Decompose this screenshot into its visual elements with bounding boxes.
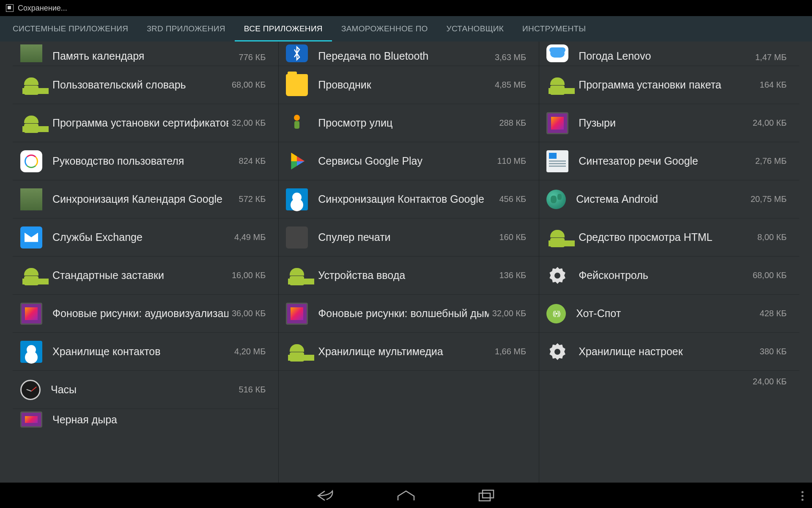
app-row[interactable]: Пузыри24,00 КБ (539, 104, 799, 142)
tab-label: ЗАМОРОЖЕННОЕ ПО (341, 24, 428, 33)
app-row[interactable]: Службы Exchange4,49 МБ (13, 218, 278, 257)
app-name: Пузыри (579, 117, 749, 129)
app-row[interactable]: Хранилище настроек380 КБ (539, 333, 799, 371)
app-row[interactable]: Фейсконтроль68,00 КБ (539, 257, 799, 295)
app-row[interactable]: Устройства ввода136 КБ (278, 257, 539, 295)
app-size: 572 КБ (239, 194, 266, 204)
app-row[interactable]: Сервисы Google Play110 МБ (278, 142, 539, 180)
app-name: Хранилище контактов (52, 345, 231, 358)
app-name: Хранилище мультимедиа (318, 345, 491, 358)
app-name: Синхронизация Контактов Google (318, 193, 496, 205)
svg-rect-2 (479, 493, 490, 501)
tab-label: ИНСТРУМЕНТЫ (522, 24, 586, 33)
tab-2[interactable]: ВСЕ ПРИЛОЖЕНИЯ (235, 16, 332, 41)
svg-point-0 (294, 115, 300, 121)
app-column-0: Память календаря776 КБПользовательский с… (13, 41, 278, 483)
app-row[interactable]: Черная дыра (13, 409, 278, 430)
app-size: 776 КБ (239, 52, 266, 62)
app-name: Пользовательский словарь (52, 79, 228, 91)
app-name: Синтезатор речи Google (579, 155, 752, 167)
android-icon (20, 112, 42, 134)
app-row[interactable]: Часы516 КБ (13, 371, 278, 409)
app-name: Фоновые рисунки: аудиовизуализация (52, 307, 228, 320)
bluetooth-icon (286, 44, 308, 62)
android-icon (20, 265, 42, 287)
app-size: 160 КБ (499, 232, 526, 242)
app-row[interactable]: Проводник4,85 МБ (278, 66, 539, 104)
app-name: Погода Lenovo (579, 50, 752, 62)
contacts-icon (20, 341, 42, 363)
app-name: Программа установки сертификатов (52, 117, 228, 129)
app-row[interactable]: Хранилище контактов4,20 МБ (13, 333, 278, 371)
app-row[interactable]: Хот-Спот428 КБ (539, 295, 799, 333)
tab-4[interactable]: УСТАНОВЩИК (437, 16, 513, 41)
app-row[interactable]: Фоновые рисунки: волшебный дым32,00 КБ (278, 295, 539, 333)
save-icon (6, 4, 14, 12)
app-size: 24,00 КБ (753, 118, 787, 128)
app-size: 4,85 МБ (495, 80, 526, 90)
home-button[interactable] (395, 488, 417, 503)
app-size: 32,00 КБ (492, 309, 526, 318)
app-name: Сервисы Google Play (318, 155, 494, 167)
app-size: 68,00 КБ (753, 271, 787, 280)
app-size: 2,76 МБ (755, 156, 787, 166)
svg-rect-1 (294, 121, 299, 129)
app-row[interactable]: Передача по Bluetooth3,63 МБ (278, 41, 539, 66)
app-name: Часы (51, 384, 236, 396)
app-name: Устройства ввода (318, 269, 496, 282)
app-size: 68,00 КБ (232, 80, 266, 90)
tab-5[interactable]: ИНСТРУМЕНТЫ (513, 16, 595, 41)
app-row[interactable]: Синхронизация Календаря Google572 КБ (13, 180, 278, 218)
app-size: 4,20 МБ (234, 347, 266, 356)
app-size: 1,47 МБ (755, 52, 787, 62)
app-size: 164 КБ (760, 80, 787, 90)
tab-label: УСТАНОВЩИК (447, 24, 504, 33)
tts-icon (546, 150, 568, 172)
app-name: Спулер печати (318, 231, 496, 243)
app-size: 16,00 КБ (232, 271, 266, 280)
back-button[interactable] (315, 488, 336, 503)
app-name: Просмотр улиц (318, 117, 496, 129)
calendar-storage-icon (20, 44, 42, 62)
app-row[interactable]: Средство просмотра HTML8,00 КБ (539, 218, 799, 257)
mail-icon (20, 226, 42, 248)
app-row[interactable]: Руководство пользователя824 КБ (13, 142, 278, 180)
app-row[interactable]: Просмотр улиц288 КБ (278, 104, 539, 142)
app-row[interactable]: Синтезатор речи Google2,76 МБ (539, 142, 799, 180)
app-size: 3,63 МБ (495, 52, 526, 62)
app-row[interactable]: Программа установки пакета164 КБ (539, 66, 799, 104)
tab-label: ВСЕ ПРИЛОЖЕНИЯ (244, 24, 323, 33)
recent-button[interactable] (476, 488, 497, 503)
tab-1[interactable]: 3RD ПРИЛОЖЕНИЯ (137, 16, 235, 41)
menu-button[interactable] (801, 491, 804, 501)
print-spooler-icon (286, 226, 308, 248)
app-row[interactable]: Пользовательский словарь68,00 КБ (13, 66, 278, 104)
app-name: Службы Exchange (52, 231, 231, 243)
wallpaper-icon (286, 303, 308, 325)
app-row[interactable]: Память календаря776 КБ (13, 41, 278, 66)
app-row[interactable]: Стандартные заставки16,00 КБ (13, 257, 278, 295)
tab-3[interactable]: ЗАМОРОЖЕННОЕ ПО (332, 16, 437, 41)
app-column-1: Передача по Bluetooth3,63 МБПроводник4,8… (278, 41, 539, 483)
app-row[interactable]: Погода Lenovo1,47 МБ (539, 41, 799, 66)
app-size: 136 КБ (499, 271, 526, 280)
wallpaper-icon (20, 303, 42, 325)
app-name: Хот-Спот (576, 307, 756, 320)
app-size: 824 КБ (239, 156, 266, 166)
app-row[interactable]: Фоновые рисунки: аудиовизуализация36,00 … (13, 295, 278, 333)
tab-0[interactable]: СИСТЕМНЫЕ ПРИЛОЖЕНИЯ (3, 16, 137, 41)
app-row[interactable]: Спулер печати160 КБ (278, 218, 539, 257)
app-size: 4,49 МБ (234, 232, 266, 242)
app-row[interactable]: Хранилище мультимедиа1,66 МБ (278, 333, 539, 371)
streetview-icon (286, 112, 308, 134)
empty-icon (546, 373, 568, 389)
app-row[interactable]: Синхронизация Контактов Google456 КБ (278, 180, 539, 218)
clock-icon (20, 380, 41, 400)
content-area: Память календаря776 КБПользовательский с… (0, 41, 812, 483)
app-row[interactable]: Система Android20,75 МБ (539, 180, 799, 218)
app-row[interactable]: Программа установки сертификатов32,00 КБ (13, 104, 278, 142)
svg-rect-3 (483, 490, 494, 498)
calendar-sync-icon (20, 188, 42, 210)
app-name: Фоновые рисунки: волшебный дым (318, 307, 488, 320)
app-row[interactable]: 24,00 КБ (539, 371, 799, 392)
